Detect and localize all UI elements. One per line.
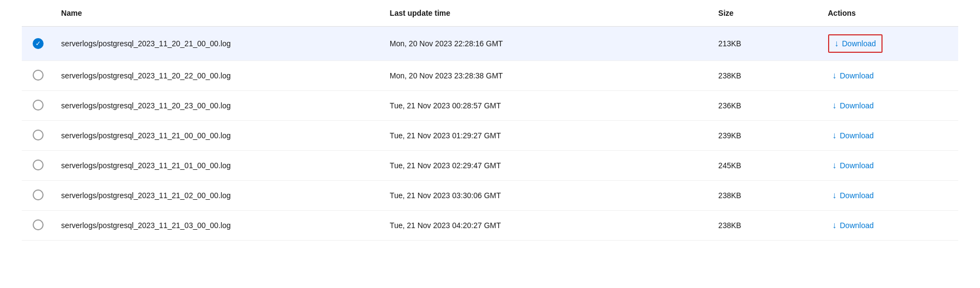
table-row: serverlogs/postgresql_2023_11_20_22_00_0… <box>22 61 958 91</box>
row-actions: ↓Download <box>822 181 959 211</box>
table-row: serverlogs/postgresql_2023_11_21_00_00_0… <box>22 121 958 151</box>
log-files-table: Name Last update time Size Actions ✓serv… <box>22 0 958 241</box>
row-size: 245KB <box>712 151 821 181</box>
log-files-table-container: Name Last update time Size Actions ✓serv… <box>0 0 980 288</box>
table-row: serverlogs/postgresql_2023_11_21_02_00_0… <box>22 181 958 211</box>
download-icon: ↓ <box>832 131 837 140</box>
download-label: Download <box>840 101 874 110</box>
table-row: serverlogs/postgresql_2023_11_21_03_00_0… <box>22 211 958 241</box>
checkmark-icon: ✓ <box>35 40 41 47</box>
download-icon: ↓ <box>832 71 837 81</box>
row-actions: ↓Download <box>822 151 959 181</box>
row-actions: ↓Download <box>822 27 959 61</box>
table-header-row: Name Last update time Size Actions <box>22 0 958 27</box>
download-icon: ↓ <box>832 191 837 200</box>
row-size: 236KB <box>712 91 821 121</box>
download-label: Download <box>842 39 876 48</box>
row-actions: ↓Download <box>822 211 959 241</box>
row-name: serverlogs/postgresql_2023_11_21_02_00_0… <box>54 181 383 211</box>
row-time: Tue, 21 Nov 2023 00:28:57 GMT <box>383 91 712 121</box>
row-checkbox-cell <box>22 121 54 151</box>
row-time: Tue, 21 Nov 2023 03:30:06 GMT <box>383 181 712 211</box>
row-checkbox-cell <box>22 91 54 121</box>
row-checkbox[interactable] <box>33 160 44 170</box>
download-button[interactable]: ↓Download <box>828 188 878 203</box>
row-name: serverlogs/postgresql_2023_11_20_21_00_0… <box>54 27 383 61</box>
download-label: Download <box>840 221 874 230</box>
download-label: Download <box>840 191 874 200</box>
table-row: serverlogs/postgresql_2023_11_21_01_00_0… <box>22 151 958 181</box>
table-row: serverlogs/postgresql_2023_11_20_23_00_0… <box>22 91 958 121</box>
row-checkbox[interactable] <box>33 70 44 81</box>
row-checkbox-cell <box>22 181 54 211</box>
download-label: Download <box>840 131 874 140</box>
row-size: 238KB <box>712 211 821 241</box>
row-size: 239KB <box>712 121 821 151</box>
header-time-col: Last update time <box>383 0 712 27</box>
row-name: serverlogs/postgresql_2023_11_20_23_00_0… <box>54 91 383 121</box>
row-checkbox-cell: ✓ <box>22 27 54 61</box>
row-checkbox[interactable]: ✓ <box>33 38 44 49</box>
download-button[interactable]: ↓Download <box>828 69 878 83</box>
header-size-col: Size <box>712 0 821 27</box>
row-time: Tue, 21 Nov 2023 01:29:27 GMT <box>383 121 712 151</box>
download-icon: ↓ <box>835 39 839 48</box>
row-actions: ↓Download <box>822 61 959 91</box>
row-checkbox-cell <box>22 151 54 181</box>
header-name-col: Name <box>54 0 383 27</box>
row-time: Tue, 21 Nov 2023 02:29:47 GMT <box>383 151 712 181</box>
download-button[interactable]: ↓Download <box>828 218 878 232</box>
download-icon: ↓ <box>832 161 837 170</box>
row-actions: ↓Download <box>822 91 959 121</box>
download-button[interactable]: ↓Download <box>828 128 878 143</box>
download-label: Download <box>840 71 874 80</box>
download-icon: ↓ <box>832 101 837 111</box>
header-actions-col: Actions <box>822 0 959 27</box>
row-name: serverlogs/postgresql_2023_11_21_03_00_0… <box>54 211 383 241</box>
download-button[interactable]: ↓Download <box>828 158 878 173</box>
row-checkbox[interactable] <box>33 100 44 111</box>
row-name: serverlogs/postgresql_2023_11_21_01_00_0… <box>54 151 383 181</box>
row-checkbox-cell <box>22 211 54 241</box>
row-time: Tue, 21 Nov 2023 04:20:27 GMT <box>383 211 712 241</box>
row-size: 238KB <box>712 181 821 211</box>
row-checkbox[interactable] <box>33 189 44 200</box>
header-checkbox-col <box>22 0 54 27</box>
download-button[interactable]: ↓Download <box>828 99 878 113</box>
row-actions: ↓Download <box>822 121 959 151</box>
row-name: serverlogs/postgresql_2023_11_20_22_00_0… <box>54 61 383 91</box>
row-checkbox-cell <box>22 61 54 91</box>
row-checkbox[interactable] <box>33 219 44 230</box>
row-time: Mon, 20 Nov 2023 23:28:38 GMT <box>383 61 712 91</box>
download-button[interactable]: ↓Download <box>828 34 883 53</box>
download-label: Download <box>840 161 874 170</box>
row-size: 238KB <box>712 61 821 91</box>
row-name: serverlogs/postgresql_2023_11_21_00_00_0… <box>54 121 383 151</box>
row-size: 213KB <box>712 27 821 61</box>
row-time: Mon, 20 Nov 2023 22:28:16 GMT <box>383 27 712 61</box>
row-checkbox[interactable] <box>33 130 44 140</box>
download-icon: ↓ <box>832 220 837 230</box>
table-row: ✓serverlogs/postgresql_2023_11_20_21_00_… <box>22 27 958 61</box>
